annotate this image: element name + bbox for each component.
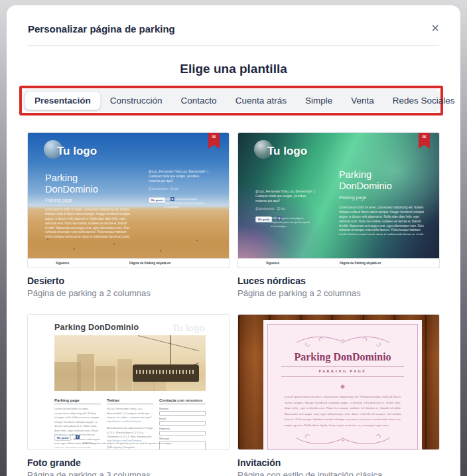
preview-lorem-text: Lorem ipsum dolor sit amet, consectetur …	[45, 208, 130, 240]
template-description: Página con estilo de invitación clásica	[237, 470, 440, 476]
tab-simple[interactable]: Simple	[296, 91, 342, 110]
form-input-nombre	[159, 411, 206, 416]
placeholder-logo-text: Tu logo	[267, 145, 307, 158]
invitation-title: Parking DonDominio	[268, 351, 417, 363]
ferry-windows	[136, 370, 196, 374]
template-grid: ✉ Tu logo Parking DonDominio Parking pag…	[27, 132, 440, 476]
column-heading: Parking page	[54, 398, 101, 404]
invitation-lorem: Lorem ipsum dolor sit amet, consectetur …	[285, 394, 401, 428]
building-silhouette	[77, 354, 94, 391]
like-button: Me gusta	[54, 435, 71, 441]
ferry-silhouette	[133, 364, 199, 382]
preview-site-title: Parking DonDominio	[45, 173, 125, 196]
template-name: Desierto	[27, 276, 230, 286]
preview-tweet-meta: @dondominio · 10 dic	[255, 207, 316, 212]
tab-contacto[interactable]: Contacto	[172, 91, 226, 110]
template-description: Página de parking a 2 columnas	[237, 288, 440, 298]
placeholder-logo-text: Tu logo	[172, 323, 206, 333]
like-caption: A 985 les gusta esta página. Regístrate …	[82, 441, 172, 445]
tab-presentacion[interactable]: Presentación	[25, 91, 101, 110]
preview-tweet-text: @Luci_Fernandez Hola Luci, Bienvenida!! …	[149, 170, 210, 186]
template-name: Foto grande	[27, 457, 230, 468]
form-label: Nombre	[159, 407, 206, 410]
close-icon[interactable]: ×	[431, 21, 439, 35]
skyline-photo	[54, 335, 206, 391]
hosted-label: Página de Parking alojada en	[340, 262, 381, 265]
hosted-label: Página de Parking alojada en	[129, 262, 170, 265]
tweet-1: @Luci_Fernandez Hola Luci, Bienvenida!! …	[107, 407, 153, 418]
like-row: Me gusta f A 985 les gusta esta página. …	[54, 435, 172, 447]
tweet-link: http://twitter.com/DonDominio	[107, 420, 153, 424]
bookmark-ribbon-icon: ✉	[419, 133, 430, 149]
tab-venta[interactable]: Venta	[342, 91, 383, 110]
building-silhouette	[96, 366, 115, 391]
like-button: Me gusta	[149, 197, 165, 203]
form-label: Empresa	[159, 427, 206, 430]
template-description: Página de parking a 3 columnas	[27, 470, 230, 476]
template-card-desierto[interactable]: ✉ Tu logo Parking DonDominio Parking pag…	[27, 132, 230, 298]
form-label: Email	[159, 417, 206, 420]
column-heading: Contacta con nosotros	[159, 398, 206, 404]
flourish-ornament-icon	[293, 334, 393, 347]
template-card-invitacion[interactable]: Parking DonDominio PARKING PAGE · · · · …	[237, 314, 440, 476]
flourish-ornament-icon	[293, 434, 393, 447]
annotation-highlight-box: Presentación Construcción Contacto Cuent…	[19, 86, 443, 116]
invitation-inner: Parking DonDominio PARKING PAGE · · · · …	[267, 324, 418, 449]
envelope-icon: ✉	[422, 133, 427, 149]
modal-header: Personalizar página de parking ×	[7, 5, 460, 45]
form-input-email	[159, 421, 206, 426]
preview-site-subtitle: Parking page	[45, 198, 72, 202]
rule-line	[281, 366, 404, 367]
preview-tweet-text: @Luci_Fernandez Hola Luci, Bienvenida!! …	[255, 190, 316, 206]
rule-line	[281, 376, 404, 377]
template-preview-foto-grande[interactable]: Parking DonDominio Tu logo	[27, 314, 230, 450]
invitation-card: Parking DonDominio PARKING PAGE · · · · …	[263, 320, 422, 450]
preview-site-subtitle: Parking page	[339, 195, 366, 200]
tab-cuenta-atras[interactable]: Cuenta atrás	[226, 91, 296, 110]
template-card-foto-grande[interactable]: Parking DonDominio Tu logo	[27, 314, 230, 476]
template-category-tabbar: Presentación Construcción Contacto Cuent…	[23, 89, 440, 112]
facebook-icon: f	[76, 435, 80, 439]
template-preview-desierto[interactable]: ✉ Tu logo Parking DonDominio Parking pag…	[27, 132, 230, 268]
template-preview-invitacion[interactable]: Parking DonDominio PARKING PAGE · · · · …	[237, 314, 440, 450]
template-description: Página de parking a 2 columnas	[27, 288, 230, 298]
page-title: Elige una plantilla	[7, 62, 460, 76]
like-caption: A 985 les gusta esta página. Regístrate …	[164, 197, 205, 210]
template-name: Invitación	[237, 457, 440, 468]
modal-title: Personalizar página de parking	[28, 23, 439, 35]
building-silhouette	[117, 359, 132, 391]
fleur-divider-icon: · · · · ·· · · · ·	[268, 384, 417, 388]
preview-footer-strip: Síguenos Página de Parking alojada en	[28, 258, 229, 268]
preview-lorem-text: Lorem ipsum dolor sit amet, consectetur …	[339, 206, 424, 235]
preview-site-title: Parking DonDominio	[339, 169, 419, 193]
header-divider	[28, 45, 439, 46]
tab-redes-sociales[interactable]: Redes Sociales	[383, 91, 464, 110]
preview-footer-strip: Síguenos Página de Parking alojada en	[238, 258, 439, 268]
placeholder-logo-text: Tu logo	[57, 145, 97, 158]
like-caption: A 985 les gusta esta página. Regístrate …	[271, 216, 312, 230]
preview-tweet-meta: @dondominio · 10 dic	[149, 187, 210, 193]
ferry-mast	[170, 335, 172, 366]
follow-label: Síguenos	[266, 262, 279, 265]
envelope-icon: ✉	[212, 133, 216, 149]
tab-construccion[interactable]: Construcción	[101, 91, 172, 110]
follow-label: Síguenos	[56, 262, 69, 265]
like-button: Me gusta	[255, 216, 272, 222]
invitation-subtitle: PARKING PAGE	[268, 369, 417, 373]
template-name: Luces nórdicas	[237, 276, 440, 286]
customize-parking-modal: Personalizar página de parking × Elige u…	[7, 5, 460, 476]
column-heading: Twitter	[107, 398, 153, 404]
bookmark-ribbon-icon: ✉	[208, 133, 220, 149]
template-card-luces-nordicas[interactable]: ✉ Tu logo Parking DonDominio Parking pag…	[237, 132, 440, 298]
ferry-rigging	[138, 335, 199, 351]
template-preview-luces-nordicas[interactable]: ✉ Tu logo Parking DonDominio Parking pag…	[237, 132, 440, 268]
preview-site-title: Parking DonDominio	[54, 323, 139, 332]
